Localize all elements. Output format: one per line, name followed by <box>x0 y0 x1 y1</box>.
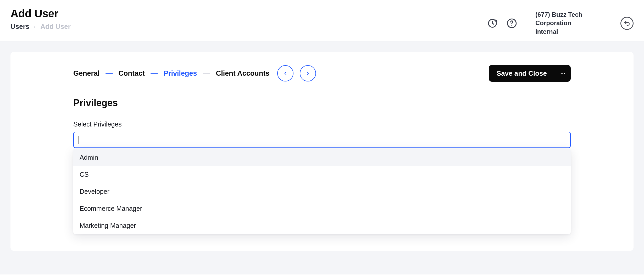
header-left: Add User Users Add User <box>10 7 71 31</box>
svg-point-2 <box>512 25 512 26</box>
header-right: (677) Buzz Tech Corporation internal <box>486 7 634 36</box>
form-card: General Contact Privileges Client Accoun… <box>10 52 634 251</box>
breadcrumb-current: Add User <box>40 23 71 31</box>
privileges-option-marketing-manager[interactable]: Marketing Manager <box>73 217 571 234</box>
section-title: Privileges <box>73 97 571 108</box>
step-contact[interactable]: Contact <box>119 69 145 78</box>
privileges-field-label: Select Privileges <box>73 120 571 128</box>
privileges-option-cs[interactable]: CS <box>73 166 571 183</box>
privileges-option-ecommerce-manager[interactable]: Ecommerce Manager <box>73 200 571 217</box>
step-separator <box>203 73 210 74</box>
step-privileges[interactable]: Privileges <box>164 69 197 78</box>
privileges-option-admin[interactable]: Admin <box>73 149 571 166</box>
svg-point-3 <box>561 73 562 74</box>
privileges-dropdown: Admin CS Developer Ecommerce Manager Mar… <box>73 149 571 234</box>
page-body: General Contact Privileges Client Accoun… <box>0 41 644 274</box>
svg-point-4 <box>562 73 563 74</box>
breadcrumb-root[interactable]: Users <box>10 23 29 31</box>
text-cursor <box>79 136 79 144</box>
page-title: Add User <box>10 7 71 20</box>
save-button-group: Save and Close <box>489 65 571 82</box>
step-nav-arrows <box>277 65 316 81</box>
save-and-close-button[interactable]: Save and Close <box>489 65 555 82</box>
breadcrumb: Users Add User <box>10 23 71 31</box>
step-general[interactable]: General <box>73 69 100 78</box>
save-more-button[interactable] <box>555 65 571 82</box>
next-step-button[interactable] <box>300 65 316 81</box>
step-separator <box>106 73 113 74</box>
help-icon[interactable] <box>506 17 518 29</box>
prev-step-button[interactable] <box>277 65 293 81</box>
privileges-select-input[interactable] <box>73 132 571 148</box>
step-client-accounts[interactable]: Client Accounts <box>216 69 270 78</box>
page-header: Add User Users Add User (677) Buzz Tech … <box>0 0 644 41</box>
wizard-steps: General Contact Privileges Client Accoun… <box>73 69 269 78</box>
chevron-right-icon <box>33 23 37 31</box>
org-label: (677) Buzz Tech Corporation internal <box>527 10 595 36</box>
privileges-option-developer[interactable]: Developer <box>73 183 571 200</box>
svg-point-5 <box>564 73 565 74</box>
back-button[interactable] <box>620 17 634 30</box>
history-icon[interactable] <box>486 17 498 29</box>
steps-row: General Contact Privileges Client Accoun… <box>73 65 571 82</box>
step-separator <box>151 73 158 74</box>
